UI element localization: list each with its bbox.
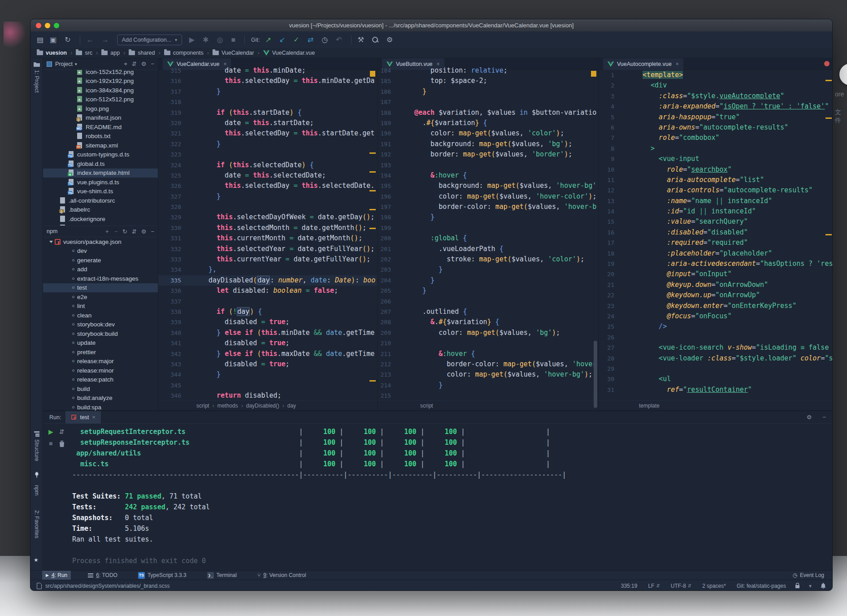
tree-item-global-d-ts[interactable]: TSglobal.d.ts: [43, 159, 158, 169]
npm-script-generate[interactable]: generate: [43, 256, 158, 265]
code-line-203[interactable]: 203 }: [378, 265, 598, 275]
code-line-31[interactable]: 31 ref="resultContainer": [599, 385, 833, 395]
git-update-icon[interactable]: ↙: [279, 35, 285, 44]
tree-item-vue-shim-d-ts[interactable]: TSvue-shim.d.ts: [43, 187, 158, 196]
code-line-334[interactable]: 334},: [158, 265, 377, 275]
status-item-4[interactable]: Git: feat/static-pages: [737, 583, 786, 589]
npm-script-release-minor[interactable]: release:minor: [43, 366, 158, 375]
tree-item-icon-512x512-png[interactable]: icon-512x512.png: [43, 95, 158, 104]
breadcrumb-item[interactable]: VueCalendar: [213, 50, 254, 56]
hide-panel-icon[interactable]: −: [151, 61, 154, 67]
code-line-15[interactable]: 15 :value="searchQuery": [599, 217, 833, 227]
code-line-26[interactable]: 26: [599, 332, 833, 343]
code-line-189[interactable]: 189 .#{$variation} {: [378, 118, 598, 128]
code-line-186[interactable]: 186 }: [378, 87, 598, 97]
code-line-13[interactable]: 13 :name="name || instanceId": [599, 196, 833, 206]
gear-icon[interactable]: ⚙: [141, 228, 147, 235]
code-line-25[interactable]: 25 />: [599, 321, 833, 332]
code-line-14[interactable]: 14 :id="id || instanceId": [599, 206, 833, 217]
close-tab-icon[interactable]: ×: [676, 61, 679, 67]
code-line-12[interactable]: 12 aria-controls="autocomplete-results": [599, 185, 833, 195]
code-line-8[interactable]: 8 >: [599, 143, 833, 154]
code-line-333[interactable]: 333 this.currentYear = date.getFullYear(…: [158, 254, 377, 265]
code-line-205[interactable]: 205 }: [378, 286, 598, 296]
code-line-316[interactable]: 316 this.selectedDay = this.minDate.getD…: [158, 76, 377, 86]
code-line-1[interactable]: 1<template>: [599, 70, 833, 80]
debug-icon[interactable]: ✱: [203, 35, 208, 44]
code-line-325[interactable]: 325 date = this.selectedDate;: [158, 170, 377, 181]
tree-item-icon-192x192-png[interactable]: icon-192x192.png: [43, 77, 158, 86]
zoom-window-button[interactable]: [54, 23, 59, 28]
code-line-184[interactable]: 184 position: relative;: [378, 65, 598, 76]
coverage-icon[interactable]: ◎: [217, 35, 223, 44]
code-editor[interactable]: 1<template>2 <div3 :class="$style.vueAut…: [599, 70, 833, 400]
filter-passed-icon[interactable]: ⇵: [59, 428, 65, 435]
npm-script-release-major[interactable]: release:major: [43, 357, 158, 366]
code-line-324[interactable]: 324 if (this.selectedDate) {: [158, 160, 377, 170]
code-line-319[interactable]: 319 if (this.startDate) {: [158, 108, 377, 118]
code-line-344[interactable]: 344 }: [158, 369, 377, 380]
indicator-icon[interactable]: ▾: [809, 583, 812, 589]
toolwindow-4-run[interactable]: ▶4: Run: [42, 571, 71, 580]
code-line-6[interactable]: 6 aria-owns="autocomplete-results": [599, 122, 833, 133]
editor-breadcrumb-item[interactable]: script: [196, 403, 209, 409]
npm-script-storybook-build[interactable]: storybook:build: [43, 329, 158, 338]
code-line-215[interactable]: 215: [378, 390, 598, 400]
code-line-196[interactable]: 196 color: map-get($values, 'hover-color…: [378, 191, 598, 202]
npm-script-lint[interactable]: lint: [43, 302, 158, 311]
code-line-202[interactable]: 202 stroke: map-get($values, 'color');: [378, 254, 598, 265]
code-line-17[interactable]: 17 :required="required": [599, 238, 833, 248]
breadcrumb-item[interactable]: app: [101, 50, 120, 56]
code-line-198[interactable]: 198 }: [378, 212, 598, 222]
tree-item-sitemap-xml[interactable]: <>sitemap.xml: [43, 141, 158, 150]
run-console-output[interactable]: setupRequestInterceptor.ts | 100 | 100 |…: [72, 426, 823, 571]
code-line-194[interactable]: 194 &:hover {: [378, 170, 598, 181]
code-line-211[interactable]: 211 &:hover {: [378, 349, 598, 359]
close-window-button[interactable]: [36, 23, 41, 28]
code-line-188[interactable]: 188@each $variation, $values in $button-…: [378, 108, 598, 118]
code-line-24[interactable]: 24 @focus="onFocus": [599, 311, 833, 321]
code-line-22[interactable]: 22 @keydown.up="onArrowUp": [599, 290, 833, 300]
breadcrumb-item[interactable]: src: [76, 50, 92, 56]
git-commit-icon[interactable]: ✓: [293, 35, 299, 44]
status-item-3[interactable]: 2 spaces*: [702, 583, 726, 589]
trash-icon[interactable]: [59, 441, 65, 447]
code-line-197[interactable]: 197 border-color: map-get($values, 'hove…: [378, 202, 598, 212]
rerun-icon[interactable]: ▶: [48, 428, 53, 435]
stripe-item-favorites[interactable]: 2: Favorites: [34, 510, 40, 538]
code-line-339[interactable]: 339 disabled = true;: [158, 317, 377, 327]
tree-item-vue-plugins-d-ts[interactable]: TSvue.plugins.d.ts: [43, 178, 158, 187]
code-line-321[interactable]: 321 this.selectedDay = this.startDate.ge…: [158, 128, 377, 139]
status-current-file[interactable]: src/app/shared/designSystem/variables/_b…: [45, 583, 169, 589]
toolwindow-6-todo[interactable]: 6: TODO: [84, 571, 121, 580]
run-icon[interactable]: ▶: [189, 35, 195, 44]
code-line-29[interactable]: 29: [599, 364, 833, 374]
npm-script-prettier[interactable]: prettier: [43, 347, 158, 357]
npm-panel-title[interactable]: npm: [47, 228, 57, 234]
tree-item-robots-txt[interactable]: robots.txt: [43, 132, 158, 141]
code-line-345[interactable]: 345: [158, 380, 377, 390]
tree-item-index-template-html[interactable]: Hindex.template.html: [43, 169, 158, 178]
back-icon[interactable]: ←: [87, 36, 94, 44]
code-line-2[interactable]: 2 <div: [599, 80, 833, 91]
tree-item--babelrc[interactable]: {}.babelrc: [43, 205, 158, 215]
editor-breadcrumb-item[interactable]: day: [287, 403, 296, 409]
run-tab-test[interactable]: test ×: [65, 411, 100, 424]
stop-icon[interactable]: ■: [49, 440, 52, 447]
code-line-9[interactable]: 9 <vue-input: [599, 154, 833, 164]
code-line-199[interactable]: 199: [378, 223, 598, 233]
structure-icon[interactable]: [34, 431, 39, 437]
code-line-23[interactable]: 23 @keydown.enter="onEnterKeyPress": [599, 301, 833, 311]
code-line-336[interactable]: 336 let disabled: boolean = false;: [158, 286, 377, 296]
git-push-icon[interactable]: ↗: [265, 35, 271, 44]
forward-icon[interactable]: →: [102, 36, 109, 44]
code-line-208[interactable]: 208 &.#{$variation} {: [378, 317, 598, 327]
collapse-all-icon[interactable]: ⇵: [132, 228, 137, 235]
code-line-200[interactable]: 200 :global {: [378, 233, 598, 243]
npm-script-build-analyze[interactable]: build:analyze: [43, 394, 158, 403]
breadcrumb-item[interactable]: components: [164, 50, 204, 56]
npm-script-extract-i18n-messages[interactable]: extract-i18n-messages: [43, 274, 158, 283]
code-line-343[interactable]: 343 disabled = true;: [158, 359, 377, 369]
title-bar[interactable]: vuesion [~/Projects/vuesion/vuesion] - .…: [30, 19, 832, 31]
lock-icon[interactable]: [795, 583, 800, 589]
